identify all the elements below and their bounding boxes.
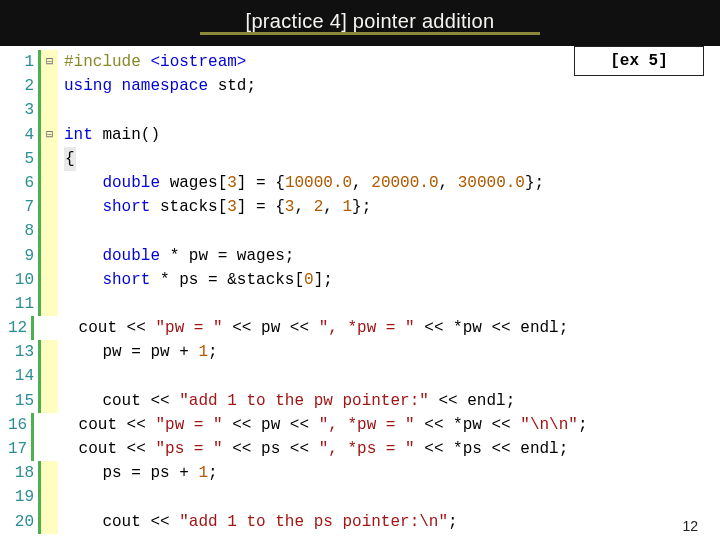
code-text: short stacks[3] = {3, 2, 1};: [58, 195, 371, 219]
code-line: 20 cout << "add 1 to the ps pointer:\n";: [8, 510, 568, 534]
slide-title: [practice 4] pointer addition: [200, 7, 540, 35]
line-number: 11: [8, 292, 38, 316]
fold-gutter: [38, 510, 58, 534]
slide-page-number: 12: [682, 518, 698, 534]
fold-gutter: ⊟: [38, 123, 58, 147]
fold-gutter: [38, 268, 58, 292]
code-text: double * pw = wages;: [58, 244, 294, 268]
code-text: cout << "pw = " << pw << ", *pw = " << *…: [34, 413, 587, 437]
fold-gutter: [38, 292, 58, 316]
code-text: [58, 219, 64, 243]
code-line: 18 ps = ps + 1;: [8, 461, 568, 485]
line-number: 13: [8, 340, 38, 364]
line-number: 4: [8, 123, 38, 147]
code-text: ps = ps + 1;: [58, 461, 218, 485]
fold-gutter: [38, 340, 58, 364]
code-text: using namespace std;: [58, 74, 256, 98]
line-number: 2: [8, 74, 38, 98]
code-text: cout << "pw = " << pw << ", *pw = " << *…: [34, 316, 568, 340]
line-number: 17: [8, 437, 31, 461]
line-number: 1: [8, 50, 38, 74]
code-text: int main(): [58, 123, 160, 147]
line-number: 10: [8, 268, 38, 292]
code-line: 13 pw = pw + 1;: [8, 340, 568, 364]
line-number: 19: [8, 485, 38, 509]
fold-gutter: [38, 244, 58, 268]
line-number: 18: [8, 461, 38, 485]
code-text: #include <iostream>: [58, 50, 246, 74]
line-number: 7: [8, 195, 38, 219]
line-number: 20: [8, 510, 38, 534]
code-line: 2using namespace std;: [8, 74, 568, 98]
fold-gutter: [38, 147, 58, 171]
code-line: 12 cout << "pw = " << pw << ", *pw = " <…: [8, 316, 568, 340]
code-editor: 1⊟#include <iostream>2using namespace st…: [8, 50, 568, 534]
code-line: 8: [8, 219, 568, 243]
code-text: cout << "ps = " << ps << ", *ps = " << *…: [34, 437, 568, 461]
code-text: [58, 364, 64, 388]
line-number: 5: [8, 147, 38, 171]
fold-gutter: [38, 364, 58, 388]
code-text: [58, 485, 64, 509]
code-text: short * ps = &stacks[0];: [58, 268, 333, 292]
code-text: {: [58, 147, 76, 171]
fold-gutter: [31, 437, 34, 461]
line-number: 6: [8, 171, 38, 195]
code-line: 3: [8, 98, 568, 122]
line-number: 9: [8, 244, 38, 268]
line-number: 14: [8, 364, 38, 388]
code-text: [58, 292, 64, 316]
line-number: 16: [8, 413, 31, 437]
code-line: 4⊟int main(): [8, 123, 568, 147]
line-number: 15: [8, 389, 38, 413]
fold-gutter: [31, 316, 34, 340]
fold-gutter: [38, 171, 58, 195]
code-line: 15 cout << "add 1 to the pw pointer:" <<…: [8, 389, 568, 413]
code-line: 14: [8, 364, 568, 388]
code-text: pw = pw + 1;: [58, 340, 218, 364]
code-line: 17 cout << "ps = " << ps << ", *ps = " <…: [8, 437, 568, 461]
code-line: 1⊟#include <iostream>: [8, 50, 568, 74]
code-line: 7 short stacks[3] = {3, 2, 1};: [8, 195, 568, 219]
code-text: cout << "add 1 to the ps pointer:\n";: [58, 510, 458, 534]
line-number: 12: [8, 316, 31, 340]
code-text: double wages[3] = {10000.0, 20000.0, 300…: [58, 171, 544, 195]
code-line: 16 cout << "pw = " << pw << ", *pw = " <…: [8, 413, 568, 437]
fold-gutter: [38, 74, 58, 98]
fold-gutter: [38, 98, 58, 122]
code-line: 10 short * ps = &stacks[0];: [8, 268, 568, 292]
code-line: 9 double * pw = wages;: [8, 244, 568, 268]
code-line: 5{: [8, 147, 568, 171]
fold-gutter: [38, 461, 58, 485]
fold-gutter: [38, 485, 58, 509]
code-line: 19: [8, 485, 568, 509]
code-text: [58, 98, 64, 122]
code-line: 11: [8, 292, 568, 316]
fold-gutter: [38, 195, 58, 219]
fold-gutter: [38, 389, 58, 413]
slide-title-bar: [practice 4] pointer addition: [0, 0, 720, 46]
code-text: cout << "add 1 to the pw pointer:" << en…: [58, 389, 515, 413]
example-badge: [ex 5]: [574, 46, 704, 76]
line-number: 8: [8, 219, 38, 243]
fold-gutter: ⊟: [38, 50, 58, 74]
fold-gutter: [38, 219, 58, 243]
fold-gutter: [31, 413, 34, 437]
code-line: 6 double wages[3] = {10000.0, 20000.0, 3…: [8, 171, 568, 195]
line-number: 3: [8, 98, 38, 122]
